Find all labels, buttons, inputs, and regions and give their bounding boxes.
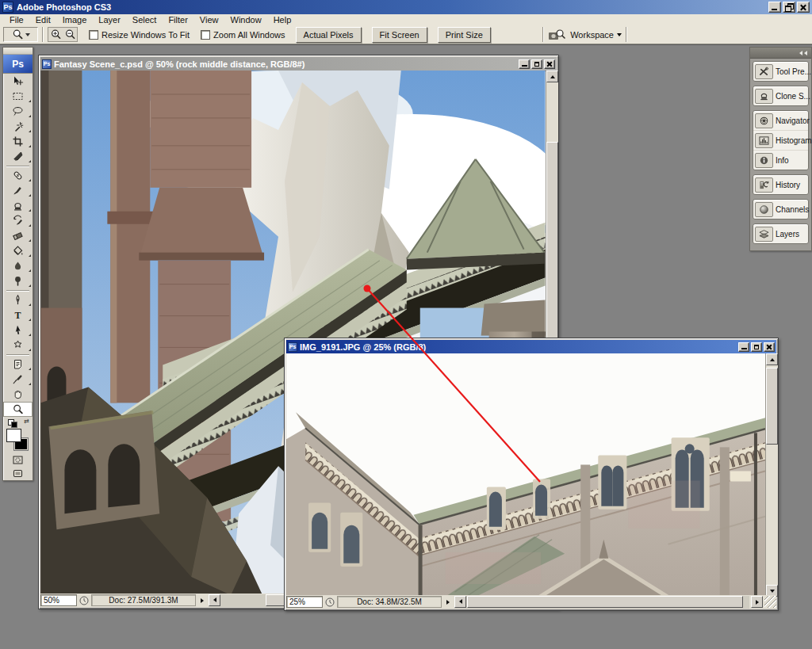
doc1-size-readout[interactable]: Doc: 27.5M/391.3M <box>91 594 196 606</box>
doc2-vertical-scrollbar[interactable] <box>765 353 778 597</box>
scroll-up-button[interactable] <box>766 353 778 365</box>
doc2-zoom-input[interactable]: 25% <box>286 596 323 608</box>
close-button[interactable] <box>764 342 775 352</box>
minimize-button[interactable] <box>768 2 781 13</box>
doc2-horizontal-scrollbar[interactable] <box>454 596 749 609</box>
custom-shape-tool[interactable] <box>3 338 33 353</box>
minimize-button[interactable] <box>519 59 530 69</box>
menu-edit[interactable]: Edit <box>30 15 57 25</box>
brush-tool[interactable] <box>3 183 33 198</box>
marquee-tool[interactable] <box>3 89 33 104</box>
toolbox-grip[interactable] <box>3 48 33 55</box>
close-button[interactable] <box>544 59 555 69</box>
clone-stamp-tool[interactable] <box>3 198 33 213</box>
scroll-up-button[interactable] <box>546 71 558 82</box>
scroll-right-button[interactable] <box>751 596 763 608</box>
panel-button-histogram[interactable]: Histogram <box>753 131 808 151</box>
panel-button-navigator[interactable]: Navigator <box>753 111 808 131</box>
pen-tool[interactable] <box>3 292 33 307</box>
eyedropper-tool[interactable] <box>3 372 33 387</box>
status-flyout-button[interactable] <box>197 594 207 606</box>
menu-filter[interactable]: Filter <box>163 15 193 25</box>
zoom-all-checkbox[interactable]: Zoom All Windows <box>201 30 285 40</box>
zoom-out-button[interactable] <box>63 28 77 41</box>
move-tool[interactable] <box>3 74 33 89</box>
path-selection-tool[interactable] <box>3 323 33 338</box>
menu-file[interactable]: File <box>4 15 30 25</box>
checkbox-icon[interactable] <box>201 30 210 40</box>
tool-preset-picker[interactable] <box>3 27 38 42</box>
doc2-canvas[interactable] <box>286 353 765 597</box>
options-right-cluster: Workspace <box>538 27 631 42</box>
healing-brush-tool[interactable] <box>3 168 33 183</box>
doc1-titlebar[interactable]: Ps Fantasy Scene_c.psd @ 50% (rock middl… <box>40 57 557 71</box>
close-button[interactable] <box>797 2 810 13</box>
screen-mode-button[interactable] <box>3 467 33 480</box>
toolbox-palette[interactable]: Ps <box>2 47 33 481</box>
menu-view[interactable]: View <box>194 15 225 25</box>
scroll-thumb[interactable] <box>766 368 778 445</box>
dock-header[interactable] <box>750 48 811 59</box>
resize-windows-label: Resize Windows To Fit <box>102 30 190 40</box>
app-title: Adobe Photoshop CS3 <box>17 2 765 12</box>
crop-tool[interactable] <box>3 134 33 149</box>
status-flyout-button[interactable] <box>443 596 453 608</box>
menu-layer[interactable]: Layer <box>93 15 127 25</box>
workspace-label[interactable]: Workspace <box>570 30 614 40</box>
scroll-left-button[interactable] <box>209 594 220 606</box>
panel-button-tool-presets[interactable]: Tool Pre... <box>753 62 808 81</box>
zoom-all-label: Zoom All Windows <box>213 30 285 40</box>
slice-tool[interactable] <box>3 149 33 164</box>
type-tool[interactable]: T <box>3 307 33 323</box>
eraser-tool[interactable] <box>3 228 33 243</box>
lasso-tool[interactable] <box>3 104 33 119</box>
panel-label: Histogram <box>776 136 812 145</box>
magic-wand-tool[interactable] <box>3 119 33 134</box>
checkbox-icon[interactable] <box>89 30 98 40</box>
document-window-img9191[interactable]: Ps IMG_9191.JPG @ 25% (RGB/8) <box>284 338 779 611</box>
panel-button-channels[interactable]: Channels <box>753 200 808 219</box>
doc2-size-readout[interactable]: Doc: 34.8M/32.5M <box>337 596 442 608</box>
menu-window[interactable]: Window <box>225 15 268 25</box>
resize-windows-checkbox[interactable]: Resize Windows To Fit <box>89 30 190 40</box>
history-brush-tool[interactable] <box>3 213 33 228</box>
go-to-bridge-icon[interactable] <box>548 29 565 41</box>
layers-icon <box>755 227 773 242</box>
restore-button[interactable] <box>783 2 795 13</box>
minimize-button[interactable] <box>738 342 749 352</box>
workspace-dropdown-icon[interactable] <box>617 33 622 36</box>
maximize-button[interactable] <box>751 342 762 352</box>
flyout-indicator-icon <box>29 100 31 102</box>
scroll-left-button[interactable] <box>454 596 466 608</box>
menu-help[interactable]: Help <box>268 15 298 25</box>
status-clock-icon <box>79 595 90 606</box>
actual-pixels-button[interactable]: Actual Pixels <box>296 27 362 43</box>
doc2-titlebar[interactable]: Ps IMG_9191.JPG @ 25% (RGB/8) <box>286 340 776 353</box>
zoom-in-button[interactable] <box>48 28 63 41</box>
flyout-indicator-icon <box>29 160 31 162</box>
zoom-tool[interactable] <box>3 402 33 417</box>
menu-select[interactable]: Select <box>127 15 163 25</box>
menu-image[interactable]: Image <box>57 15 94 25</box>
app-titlebar[interactable]: Ps Adobe Photoshop CS3 <box>0 0 812 14</box>
dodge-tool[interactable] <box>3 273 33 288</box>
foreground-color-swatch[interactable] <box>6 429 21 442</box>
panel-button-clone-source[interactable]: Clone S... <box>753 86 808 105</box>
doc1-zoom-input[interactable]: 50% <box>40 594 77 606</box>
swap-colors-icon[interactable]: ⇄ <box>24 418 29 425</box>
maximize-button[interactable] <box>531 59 542 69</box>
notes-tool[interactable] <box>3 357 33 372</box>
panel-button-layers[interactable]: Layers <box>753 224 808 243</box>
flyout-indicator-icon <box>29 383 31 385</box>
blur-tool[interactable] <box>3 258 33 273</box>
panel-button-history[interactable]: History <box>753 175 808 194</box>
panel-button-info[interactable]: Info <box>753 151 808 170</box>
window-resize-grip[interactable] <box>764 596 776 608</box>
scroll-thumb[interactable] <box>467 596 743 608</box>
paint-bucket-tool[interactable] <box>3 243 33 258</box>
fit-screen-button[interactable]: Fit Screen <box>372 27 427 43</box>
print-size-button[interactable]: Print Size <box>438 27 491 43</box>
hand-tool[interactable] <box>3 387 33 402</box>
panel-dock[interactable]: Tool Pre... Clone S... Navigator <box>749 47 812 251</box>
quick-mask-button[interactable] <box>3 453 33 467</box>
